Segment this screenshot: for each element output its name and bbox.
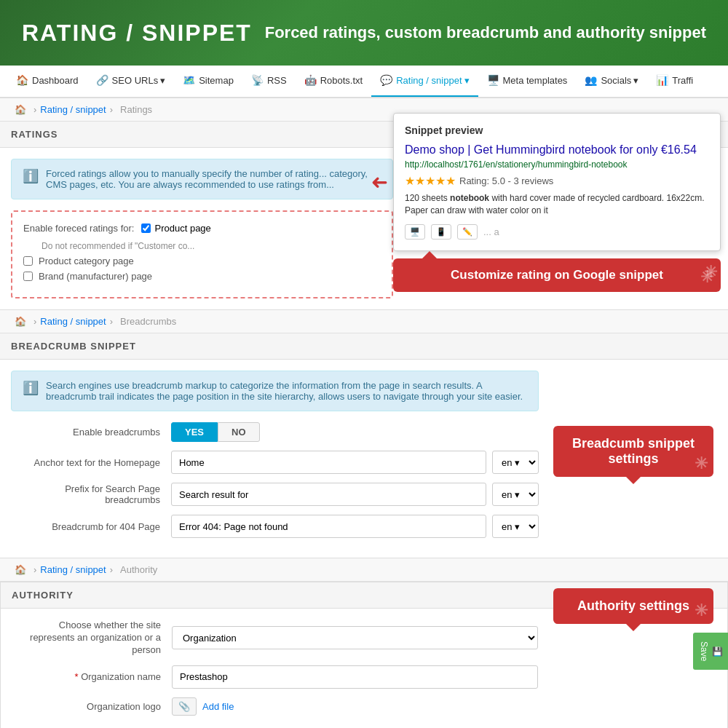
desktop-icon-btn[interactable]: 🖥️ xyxy=(405,224,425,240)
anchor-text-input[interactable] xyxy=(171,451,486,474)
edit-icon-btn[interactable]: ✏️ xyxy=(457,224,478,240)
mobile-icon-btn[interactable]: 📱 xyxy=(431,224,451,240)
breadcrumb-sep1: › xyxy=(33,104,36,115)
org-logo-row: Organization logo 📎 Add file xyxy=(12,697,538,716)
save-label: Save xyxy=(699,641,709,661)
prefix-row: Prefix for Search Page breadcrumbs en ▾ xyxy=(11,483,539,506)
snowflake-icon-2: ✳ xyxy=(704,262,717,283)
product-category-item: Product category page xyxy=(23,256,381,266)
product-category-label: Product category page xyxy=(39,256,134,266)
enable-row: Enable foreced ratings for: Product page xyxy=(23,223,381,234)
seo-urls-icon: 🔗 xyxy=(96,74,108,86)
breadcrumb-tooltip: ✳ Breadcumb snippet settings xyxy=(553,426,713,477)
breadcrumb-authority: 🏠 › Rating / snippet › Authority xyxy=(0,558,728,582)
breadcrumb-rating-link[interactable]: Rating / snippet xyxy=(40,104,106,115)
snippet-url: http://localhost/1761/en/stationery/humm… xyxy=(405,159,709,170)
arrow-indicator: ➜ xyxy=(371,171,388,195)
header-banner: RATING / SNIPPET Forced ratings, custom … xyxy=(0,0,728,66)
breadcrumb-section-title: BREADCRUMB SNIPPET xyxy=(0,333,728,360)
snippet-google-title: Demo shop | Get Hummingbird notebook for… xyxy=(405,143,709,157)
nav-item-robots[interactable]: 🤖 Robots.txt xyxy=(296,66,372,98)
nav-item-meta[interactable]: 🖥️ Meta templates xyxy=(478,66,577,98)
anchor-text-label: Anchor text for the Homepage xyxy=(11,457,171,468)
nav-item-rss[interactable]: 📡 RSS xyxy=(242,66,296,98)
prefix-input[interactable] xyxy=(171,483,486,506)
nav-item-seo-urls[interactable]: 🔗 SEO URLs ▾ xyxy=(87,66,175,98)
snippet-rating-row: ★★★★★ Rating: 5.0 - 3 reviews xyxy=(405,174,709,188)
breadcrumb-rating-link-2[interactable]: Rating / snippet xyxy=(40,316,106,327)
breadcrumb-404-lang-select[interactable]: en ▾ xyxy=(492,515,539,538)
org-type-label: Choose whether the site represents an or… xyxy=(12,620,172,657)
anchor-lang-select[interactable]: en ▾ xyxy=(492,451,539,474)
info-icon: ℹ️ xyxy=(23,168,39,184)
nav-label-seo-urls: SEO URLs xyxy=(112,75,159,86)
snippet-desc: 120 sheets notebook with hard cover made… xyxy=(405,192,709,217)
socials-chevron-icon: ▾ xyxy=(633,75,638,86)
nav-label-meta: Meta templates xyxy=(503,75,568,86)
prefix-lang-select[interactable]: en ▾ xyxy=(492,483,539,506)
snippet-icons: 🖥️ 📱 ✏️ ... a xyxy=(405,224,709,240)
enable-breadcrumbs-label: Enable breadcrumbs xyxy=(11,427,171,438)
breadcrumb-info-box: ℹ️ Search engines use breadcrumb markup … xyxy=(11,371,539,411)
breadcrumb-sep2: › xyxy=(110,104,113,115)
nav-label-rating: Rating / snippet xyxy=(396,75,462,86)
org-name-input[interactable] xyxy=(172,665,538,689)
nav-item-dashboard[interactable]: 🏠 Dashboard xyxy=(7,66,87,98)
file-choose-button[interactable]: 📎 xyxy=(172,697,197,716)
save-button[interactable]: 💾 Save xyxy=(693,633,728,670)
nav-label-socials: Socials xyxy=(601,75,631,86)
save-icon: 💾 xyxy=(712,646,722,657)
add-file-link[interactable]: Add file xyxy=(202,701,234,712)
robots-icon: 🤖 xyxy=(304,74,317,86)
snippet-customize-tooltip: ✳ ✳ Customize rating on Google snippet xyxy=(393,258,721,292)
snippet-preview-overlay: Snippet preview Demo shop | Get Hummingb… xyxy=(393,113,721,292)
org-logo-label: Organization logo xyxy=(12,701,172,712)
traffi-icon: 📊 xyxy=(656,74,668,86)
header-title: RATING / SNIPPET xyxy=(22,20,252,47)
prefix-label: Prefix for Search Page breadcrumbs xyxy=(11,483,171,505)
breadcrumb-authority-label: Authority xyxy=(120,564,157,575)
home-icon: 🏠 xyxy=(15,104,26,115)
info-icon-2: ℹ️ xyxy=(23,380,39,396)
anchor-text-row: Anchor text for the Homepage en ▾ xyxy=(11,451,539,474)
nav-item-socials[interactable]: 👥 Socials ▾ xyxy=(576,66,647,98)
nav-item-sitemap[interactable]: 🗺️ Sitemap xyxy=(174,66,242,98)
org-type-select[interactable]: Organization Person xyxy=(172,626,538,649)
nav-label-robots: Robots.txt xyxy=(320,75,363,86)
stars-icon: ★★★★★ xyxy=(405,174,456,188)
nav-bar: 🏠 Dashboard 🔗 SEO URLs ▾ 🗺️ Sitemap 📡 RS… xyxy=(0,66,728,98)
org-name-row: * Organization name xyxy=(12,665,538,689)
nav-item-traffi[interactable]: 📊 Traffi xyxy=(647,66,702,98)
ratings-info-text: Forced ratings allow you to manually spe… xyxy=(46,168,381,190)
product-page-checkbox[interactable] xyxy=(141,223,151,233)
rss-icon: 📡 xyxy=(251,74,264,86)
org-type-row: Choose whether the site represents an or… xyxy=(12,620,538,657)
snowflake-bc-1: ✳ xyxy=(695,454,708,473)
breadcrumb-breadcrumbs: 🏠 › Rating / snippet › Breadcrumbs xyxy=(0,310,728,333)
dashboard-icon: 🏠 xyxy=(16,74,28,86)
snippet-more: ... a xyxy=(483,226,499,237)
tooltip-arrow xyxy=(626,624,641,631)
ratings-info-box: ℹ️ Forced ratings allow you to manually … xyxy=(11,159,393,199)
brand-checkbox[interactable] xyxy=(23,272,33,281)
home-icon-2: 🏠 xyxy=(15,316,26,327)
yes-button[interactable]: YES xyxy=(171,422,218,442)
required-star: * xyxy=(74,671,78,682)
penguin-area: ✕ xyxy=(12,724,538,728)
meta-icon: 🖥️ xyxy=(487,74,499,86)
breadcrumb-404-label: Breadcrumb for 404 Page xyxy=(11,521,171,532)
breadcrumb-ratings-label: Ratings xyxy=(120,104,152,115)
enable-label: Enable foreced ratings for: xyxy=(23,223,134,234)
nav-item-rating[interactable]: 💬 Rating / snippet ▾ xyxy=(371,66,478,98)
rating-chevron-icon: ▾ xyxy=(464,75,470,86)
no-button[interactable]: NO xyxy=(218,422,260,442)
toggle-group: YES NO xyxy=(171,422,260,442)
home-icon-3: 🏠 xyxy=(15,564,26,575)
enable-breadcrumbs-row: Enable breadcrumbs YES NO xyxy=(11,422,539,442)
product-page-hint: Do not recommended if "Customer co... xyxy=(41,241,381,251)
chevron-icon: ▾ xyxy=(160,75,165,86)
product-category-checkbox[interactable] xyxy=(23,256,33,266)
brand-item: Brand (manufacturer) page xyxy=(23,271,381,282)
breadcrumb-404-input[interactable] xyxy=(171,515,486,538)
breadcrumb-rating-link-3[interactable]: Rating / snippet xyxy=(40,564,106,575)
